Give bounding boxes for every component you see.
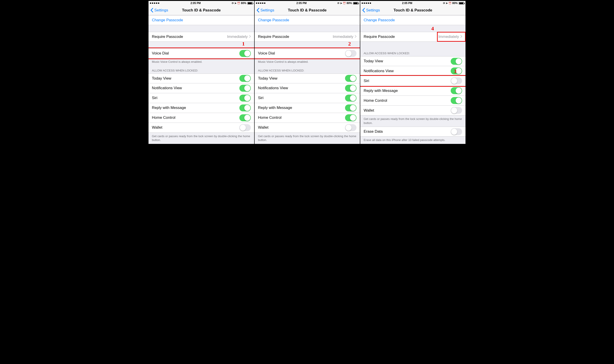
status-bar: 2:05 PM ⟳ ➤ ⏰ 80% bbox=[360, 1, 465, 5]
nav-bar: Settings Touch ID & Passcode bbox=[149, 5, 254, 15]
voice-dial-label: Voice Dial bbox=[152, 51, 239, 56]
erase-data-label: Erase Data bbox=[364, 129, 451, 134]
rotation-lock-icon: ⟳ bbox=[337, 2, 340, 5]
signal-dot bbox=[152, 2, 153, 4]
wallet-switch[interactable] bbox=[239, 124, 251, 131]
wallet-footer: Get cards or passes ready from the lock … bbox=[255, 133, 360, 144]
notifications-view-row[interactable]: Notifications View bbox=[149, 83, 254, 93]
home-control-row-label: Home Control bbox=[152, 116, 239, 120]
today-view-switch[interactable] bbox=[345, 75, 356, 82]
notifications-view-row[interactable]: Notifications View bbox=[360, 66, 465, 76]
today-view-row[interactable]: Today View bbox=[360, 56, 465, 66]
battery-icon bbox=[459, 2, 464, 4]
require-passcode-row[interactable]: Require Passcode Immediately bbox=[255, 32, 360, 42]
signal-dot bbox=[370, 2, 371, 4]
siri-row[interactable]: Siri bbox=[255, 93, 360, 103]
reply-with-message-row-label: Reply with Message bbox=[364, 89, 451, 93]
reply-with-message-row[interactable]: Reply with Message bbox=[255, 103, 360, 113]
reply-with-message-row[interactable]: Reply with Message bbox=[149, 103, 254, 113]
siri-row-label: Siri bbox=[152, 96, 239, 100]
home-control-row-label: Home Control bbox=[258, 116, 345, 120]
change-passcode-row[interactable]: Change Passcode bbox=[255, 15, 360, 25]
home-control-row[interactable]: Home Control bbox=[149, 113, 254, 123]
home-control-row-label: Home Control bbox=[364, 98, 451, 103]
signal-dot bbox=[156, 2, 157, 4]
location-icon: ➤ bbox=[234, 2, 236, 5]
wallet-row-label: Wallet bbox=[152, 125, 239, 130]
reply-with-message-switch[interactable] bbox=[451, 87, 462, 94]
wallet-footer: Get cards or passes ready from the lock … bbox=[360, 116, 465, 127]
back-button[interactable]: Settings bbox=[360, 8, 380, 13]
chevron-right-icon bbox=[355, 35, 356, 39]
voice-dial-switch[interactable] bbox=[345, 50, 356, 57]
allow-access-header: ALLOW ACCESS WHEN LOCKED: bbox=[255, 66, 360, 74]
home-control-switch[interactable] bbox=[239, 114, 251, 121]
notifications-view-switch[interactable] bbox=[451, 67, 462, 74]
today-view-row[interactable]: Today View bbox=[255, 74, 360, 83]
signal-dot bbox=[258, 2, 259, 4]
voice-dial-row[interactable]: Voice Dial bbox=[149, 48, 254, 58]
siri-row-label: Siri bbox=[258, 96, 345, 100]
require-passcode-row[interactable]: Require Passcode Immediately bbox=[360, 32, 465, 42]
status-time: 2:05 PM bbox=[296, 1, 306, 5]
notifications-view-switch[interactable] bbox=[239, 85, 251, 92]
today-view-switch[interactable] bbox=[239, 75, 251, 82]
change-passcode-label: Change Passcode bbox=[152, 18, 251, 22]
voice-dial-footer: Music Voice Control is always enabled. bbox=[149, 58, 254, 66]
home-control-switch[interactable] bbox=[451, 97, 462, 104]
voice-dial-row[interactable]: Voice Dial bbox=[255, 48, 360, 58]
back-button[interactable]: Settings bbox=[149, 8, 168, 13]
allow-access-header: ALLOW ACCESS WHEN LOCKED: bbox=[149, 66, 254, 74]
status-bar: 2:05 PM ⟳ ➤ ⏰ 80% bbox=[255, 1, 360, 5]
voice-dial-switch[interactable] bbox=[239, 50, 251, 57]
change-passcode-row[interactable]: Change Passcode bbox=[360, 15, 465, 25]
siri-row[interactable]: Siri bbox=[149, 93, 254, 103]
require-passcode-label: Require Passcode bbox=[152, 35, 227, 39]
rotation-lock-icon: ⟳ bbox=[443, 2, 445, 5]
erase-data-switch[interactable] bbox=[451, 128, 462, 135]
chevron-right-icon bbox=[460, 35, 462, 39]
wallet-row-label: Wallet bbox=[364, 108, 451, 113]
battery-percent: 80% bbox=[452, 1, 458, 5]
voice-dial-footer: Music Voice Control is always enabled. bbox=[255, 58, 360, 66]
home-control-switch[interactable] bbox=[345, 114, 356, 121]
reply-with-message-switch[interactable] bbox=[239, 104, 251, 111]
wallet-row[interactable]: Wallet bbox=[149, 123, 254, 133]
reply-with-message-switch[interactable] bbox=[345, 104, 356, 111]
back-button[interactable]: Settings bbox=[255, 8, 274, 13]
back-label: Settings bbox=[260, 8, 274, 13]
today-view-row-label: Today View bbox=[258, 76, 345, 81]
battery-icon bbox=[247, 2, 253, 4]
signal-dot bbox=[154, 2, 155, 4]
wallet-switch[interactable] bbox=[451, 107, 462, 114]
siri-row[interactable]: Siri bbox=[360, 76, 465, 86]
reply-with-message-row-label: Reply with Message bbox=[258, 105, 345, 110]
notifications-view-switch[interactable] bbox=[345, 85, 356, 92]
alarm-icon: ⏰ bbox=[237, 2, 240, 5]
reply-with-message-row[interactable]: Reply with Message bbox=[360, 86, 465, 96]
today-view-row[interactable]: Today View bbox=[149, 74, 254, 83]
voice-dial-label: Voice Dial bbox=[258, 51, 345, 56]
wallet-switch[interactable] bbox=[345, 124, 356, 131]
siri-switch[interactable] bbox=[451, 77, 462, 84]
wallet-row[interactable]: Wallet bbox=[360, 105, 465, 116]
status-time: 2:05 PM bbox=[402, 1, 412, 5]
signal-dot bbox=[368, 2, 369, 4]
today-view-row-label: Today View bbox=[152, 76, 239, 81]
status-time: 2:05 PM bbox=[191, 1, 201, 5]
wallet-row[interactable]: Wallet bbox=[255, 123, 360, 133]
alarm-icon: ⏰ bbox=[343, 2, 346, 5]
home-control-row[interactable]: Home Control bbox=[255, 113, 360, 123]
erase-data-row[interactable]: Erase Data bbox=[360, 127, 465, 136]
notifications-view-row[interactable]: Notifications View bbox=[255, 83, 360, 93]
home-control-row[interactable]: Home Control bbox=[360, 96, 465, 105]
require-passcode-label: Require Passcode bbox=[258, 35, 333, 39]
change-passcode-row[interactable]: Change Passcode bbox=[149, 15, 254, 25]
notifications-view-row-label: Notifications View bbox=[258, 86, 345, 90]
today-view-switch[interactable] bbox=[451, 58, 462, 65]
signal-dot bbox=[150, 2, 151, 4]
siri-switch[interactable] bbox=[239, 95, 251, 102]
require-passcode-row[interactable]: Require Passcode Immediately bbox=[149, 32, 254, 42]
siri-switch[interactable] bbox=[345, 95, 356, 102]
signal-dot bbox=[256, 2, 257, 4]
